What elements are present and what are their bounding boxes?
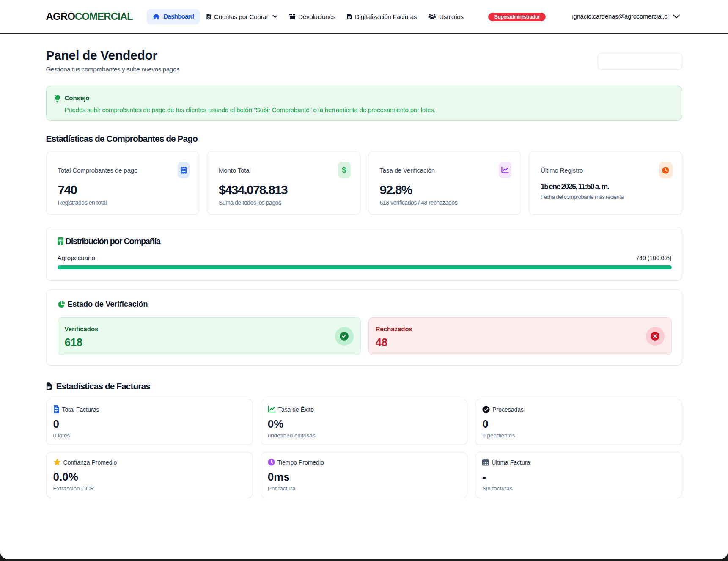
svg-text:$: $ [208,16,209,19]
